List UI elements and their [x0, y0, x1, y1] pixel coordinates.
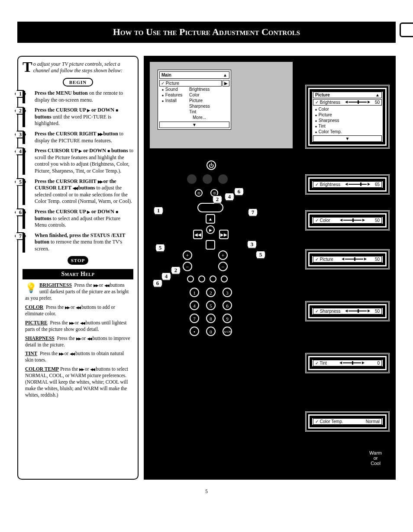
step-1: 1 Press the MENU button on the remote to…: [23, 90, 133, 103]
page-title: How to Use the Picture Adjustment Contro…: [17, 22, 396, 43]
slider-brightness: ✓ Brightness65: [305, 174, 390, 195]
colortemp-options: WarmorCool: [369, 450, 382, 466]
slider-label: ✓ Sharpness: [315, 308, 341, 314]
begin-badge: BEGIN: [63, 78, 93, 87]
step-6: 6 Press the CURSOR UP or DOWN buttons to…: [23, 208, 133, 229]
remote-vol-ch: +− +−: [183, 250, 228, 271]
numpad-9: 9: [223, 314, 232, 323]
osd-main-title: Main: [161, 72, 171, 78]
osd-item-color: ⬥ Color: [312, 106, 383, 112]
slider-tint: ✓ Tint0: [305, 353, 390, 373]
remote-dpad: ▲ ◀◀ ▶ ▶▶: [193, 212, 228, 247]
osd-sub-tint: Tint: [189, 109, 196, 115]
osd-item-install: ⬥ Install: [161, 98, 187, 103]
slider-value: 65: [375, 182, 380, 187]
callout-2a: 2: [212, 195, 223, 204]
numpad-7: 7: [190, 314, 199, 323]
numpad-1: 1: [190, 288, 199, 297]
step-2: 2 Press the CURSOR UP or DOWN buttons un…: [23, 107, 133, 127]
callout-3: 3: [247, 240, 257, 249]
cursor-down-icon: [206, 240, 215, 250]
osd-item-tint: ⬥ Tint: [312, 123, 383, 129]
numpad-0: 0: [206, 327, 216, 336]
power-icon: [206, 160, 216, 170]
osd-main-menu: Main▲ ✓ Picture ▶ ⬥ SoundBrightness ⬥ Fe…: [158, 70, 231, 130]
sh-brightness-label: BRIGHTNESS: [39, 282, 72, 288]
remote-oval-button: [197, 203, 223, 212]
callout-2b: 2: [171, 266, 181, 275]
callout-7: 7: [248, 208, 258, 217]
numpad-5: 5: [206, 301, 216, 310]
sh-colortemp-label: COLOR TEMP: [25, 366, 59, 372]
stop-badge: STOP: [68, 256, 88, 265]
intro-text: To adjust your TV picture controls, sele…: [23, 61, 133, 74]
osd-item-sharpness: ⬥ Sharpness: [312, 118, 383, 123]
numpad-2: 2: [206, 288, 216, 297]
slider-value: 50: [375, 308, 380, 314]
numpad-8: 8: [206, 314, 216, 323]
sh-sharpness-label: SHARPNESS: [25, 336, 55, 341]
callout-4a: 4: [224, 192, 235, 201]
osd-sel-picture: ✓ Picture: [159, 80, 222, 87]
step-bar: [23, 91, 25, 103]
up-arrow-icon: ▲: [375, 92, 380, 98]
numpad-ach: A/CH: [223, 327, 232, 336]
osd-item-colortemp: ⬥ Color Temp.: [312, 129, 383, 135]
callout-6a: 6: [234, 187, 244, 196]
remote-four-row: [187, 276, 228, 282]
slider-value: 50: [375, 218, 380, 223]
osd-sub-more: More...: [193, 115, 206, 120]
osd-sub-color: Color: [189, 92, 200, 98]
numpad-6: 6: [223, 301, 232, 310]
up-arrow-icon: ▲: [223, 72, 227, 78]
slider-value: 50: [375, 256, 380, 262]
slider-label: ✓ Tint: [315, 360, 327, 366]
drop-cap: T: [23, 61, 32, 73]
osd-sub-brightness: Brightness: [189, 87, 210, 92]
down-arrow-icon: ▼: [345, 136, 350, 141]
slider-picture: ✓ Picture50: [305, 249, 390, 269]
illustration-panel: Main▲ ✓ Picture ▶ ⬥ SoundBrightness ⬥ Fe…: [144, 56, 396, 480]
step-7: 7 When finished, press the STATUS /EXIT …: [23, 232, 133, 253]
remote-numpad: 1 2 3 4 5 6 7 8 9 • 0 A/CH: [190, 288, 234, 336]
remote-illustration: ◎◎ ▲ ◀◀ ▶ ▶▶ +− +− 1: [152, 156, 278, 381]
callout-4b: 4: [161, 272, 171, 281]
osd-item-picture: ⬥ Picture: [312, 112, 383, 118]
osd-brightness-value: 50: [375, 99, 380, 105]
slider-label: ✓ Color: [315, 218, 330, 223]
sh-color-label: COLOR: [25, 304, 43, 310]
osd-picture-menu: Picture▲ ✓ Brightness 50 ⬥ Color ⬥ Pictu…: [305, 85, 390, 149]
osd-sel-brightness: ✓ Brightness: [315, 99, 340, 105]
cursor-left-icon: ◀◀: [193, 230, 203, 239]
slider-colortemp: ✓ Color Temp.Normal: [305, 411, 390, 432]
cursor-right-icon: ▶▶: [219, 230, 229, 239]
step-5: 5 Press the CURSOR RIGHT or the CURSOR L…: [23, 178, 133, 205]
numpad-4: 4: [190, 301, 199, 310]
sh-tint-label: TINT: [25, 351, 37, 356]
remote-top-row: [187, 174, 228, 184]
lightbulb-icon: 💡: [25, 282, 37, 295]
numpad-3: 3: [223, 288, 232, 297]
cursor-center-icon: ▶: [206, 225, 215, 234]
smart-help-box: Smart Help 💡 BRIGHTNESS Press the or but…: [23, 269, 133, 398]
down-arrow-icon: ▼: [159, 122, 229, 128]
slider-label: ✓ Picture: [315, 256, 333, 262]
callout-6b: 6: [152, 279, 163, 288]
slider-sharpness: ✓ Sharpness50: [305, 301, 390, 321]
slider-color: ✓ Color50: [305, 210, 390, 231]
slider-value: Normal: [366, 419, 380, 424]
cursor-up-icon: ▲: [206, 214, 215, 224]
instruction-panel: To adjust your TV picture controls, sele…: [17, 56, 139, 480]
osd-sub-picture: Picture: [189, 98, 203, 103]
callout-5a: 5: [255, 250, 266, 259]
content: To adjust your TV picture controls, sele…: [17, 56, 396, 480]
page-number: 5: [17, 488, 396, 495]
slider-value: 0: [377, 360, 380, 366]
callout-5b: 5: [155, 244, 165, 252]
smart-help-title: Smart Help: [23, 269, 133, 279]
right-arrow-icon: ▶: [223, 80, 229, 87]
osd-sub-sharpness: Sharpness: [189, 103, 210, 109]
osd-item-features: ⬥ Features: [161, 92, 187, 98]
slider-label: ✓ Color Temp.: [315, 419, 343, 424]
step-3: 3 Press the CURSOR RIGHT button to displ…: [23, 131, 133, 144]
